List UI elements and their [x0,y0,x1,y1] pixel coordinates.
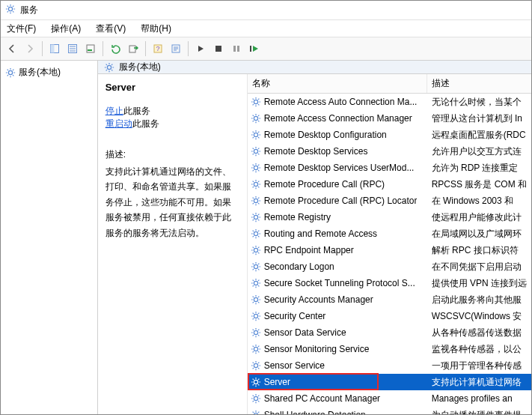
service-name-text: Shared PC Account Manager [264,393,380,404]
tree-pane: 服务(本地) [1,61,98,414]
svg-point-13 [8,70,12,74]
service-desc-cell: 启动此服务将向其他服 [427,294,531,306]
service-name-cell: Remote Desktop Services [248,146,427,157]
service-row[interactable]: Remote Desktop Configuration远程桌面配置服务(RDC [248,127,531,143]
service-row[interactable]: Secondary Logon在不同凭据下启用启动 [248,258,531,275]
service-row[interactable]: Remote Desktop Services UserMod...允许为 RD… [248,160,531,176]
svg-point-14 [107,65,111,69]
service-row[interactable]: Sensor Data Service从各种传感器传送数据 [248,324,531,341]
menu-help[interactable]: 帮助(H) [138,21,174,37]
gear-icon [251,327,261,338]
service-desc-cell: 无论什么时候，当某个 [427,96,531,109]
svg-point-26 [254,281,257,285]
service-name-cell: Remote Procedure Call (RPC) Locator [248,196,427,206]
service-row[interactable]: Shared PC Account ManagerManages profile… [248,390,531,407]
service-row[interactable]: Sensor Service一项用于管理各种传感 [248,357,531,374]
service-name-cell: Shared PC Account Manager [248,393,427,404]
service-row[interactable]: Remote Registry使远程用户能修改此计 [248,209,531,225]
svg-point-20 [254,182,257,186]
detail-button[interactable] [46,40,63,57]
play-button[interactable] [192,40,209,57]
service-row[interactable]: Secure Socket Tunneling Protocol S...提供使… [248,275,531,291]
gear-icon [251,130,261,140]
service-name-text: Remote Access Connection Manager [264,113,412,124]
refresh-button[interactable] [107,40,123,57]
service-row[interactable]: Remote Desktop Services允许用户以交互方式连 [248,143,531,160]
list-button[interactable] [64,40,81,57]
stop-service-link[interactable]: 停止 [106,106,123,116]
service-desc-cell: 从各种传感器传送数据 [427,327,531,339]
svg-point-21 [254,199,257,202]
export-button[interactable] [125,40,141,57]
service-name-cell: Security Accounts Manager [248,294,427,305]
toolbar: ? [1,37,531,61]
svg-point-30 [254,347,257,351]
stop-button[interactable] [210,40,227,57]
svg-point-16 [254,116,257,120]
properties-button[interactable] [82,40,99,57]
gear-icon [251,245,261,255]
service-name-text: Remote Access Auto Connection Ma... [264,97,418,107]
service-row[interactable]: Server支持此计算机通过网络 [248,374,531,390]
service-row[interactable]: RPC Endpoint Mapper解析 RPC 接口标识符 [248,242,531,258]
service-name-cell: Routing and Remote Access [248,228,427,239]
help-button[interactable]: ? [150,40,166,57]
service-desc-cell: 提供使用 VPN 连接到远 [427,277,531,290]
column-header-desc[interactable]: 描述 [427,74,531,93]
service-name-cell: Remote Access Auto Connection Ma... [248,97,427,107]
service-name-cell: Shell Hardware Detection [248,410,427,415]
service-desc-cell: 解析 RPC 接口标识符 [427,244,531,257]
restart-service-link[interactable]: 重启动 [106,118,132,129]
menu-file[interactable]: 文件(F) [4,21,39,37]
back-button[interactable] [4,40,20,57]
service-name-text: Sensor Service [264,360,325,371]
tree-root-item[interactable]: 服务(本地) [2,64,96,81]
service-name-text: Remote Procedure Call (RPC) [264,179,385,190]
service-desc-cell: 支持此计算机通过网络 [427,376,531,389]
pause-button[interactable] [228,40,245,57]
service-row[interactable]: Remote Access Connection Manager管理从这台计算机… [248,110,531,127]
menu-action[interactable]: 操作(A) [48,21,84,37]
service-name-text: Remote Desktop Configuration [264,130,387,140]
forward-button[interactable] [22,40,38,57]
service-name-cell: Remote Access Connection Manager [248,113,427,124]
service-row[interactable]: Shell Hardware Detection为自动播放硬件事件提 [248,407,531,415]
svg-point-17 [254,133,257,136]
service-row[interactable]: Sensor Monitoring Service监视各种传感器，以公 [248,341,531,357]
gear-icon [251,196,261,206]
service-name-cell: Security Center [248,311,427,321]
service-row[interactable]: Remote Procedure Call (RPC) Locator在 Win… [248,193,531,209]
gear-icon [251,146,261,157]
right-pane-title: 服务(本地) [119,61,161,73]
gear-icon [5,4,16,16]
svg-point-33 [254,396,257,400]
list-pane: 名称 描述 Remote Access Auto Connection Ma..… [248,74,531,415]
gear-icon [251,393,261,404]
column-header-name[interactable]: 名称 [248,74,427,93]
gear-icon [251,344,261,354]
service-name-text: Secondary Logon [264,261,334,272]
service-row[interactable]: Remote Procedure Call (RPC)RPCSS 服务是 COM… [248,176,531,193]
service-desc-cell: 远程桌面配置服务(RDC [427,129,531,142]
service-row[interactable]: Routing and Remote Access在局域网以及广域网环 [248,225,531,242]
svg-point-0 [8,7,12,10]
svg-text:?: ? [156,45,159,52]
service-name-text: Routing and Remote Access [264,228,377,239]
service-name-text: RPC Endpoint Mapper [264,245,354,255]
props2-button[interactable] [168,40,184,57]
gear-icon [251,212,261,222]
service-desc-cell: 为自动播放硬件事件提 [427,409,531,416]
list-body[interactable]: Remote Access Auto Connection Ma...无论什么时… [248,94,531,415]
service-row[interactable]: Remote Access Auto Connection Ma...无论什么时… [248,94,531,110]
service-desc-cell: 在不同凭据下启用启动 [427,261,531,273]
service-desc-cell: 使远程用户能修改此计 [427,211,531,224]
service-row[interactable]: Security CenterWSCSVC(Windows 安 [248,308,531,324]
separator [42,41,43,56]
restart-button[interactable] [246,40,263,57]
menu-view[interactable]: 查看(V) [93,21,129,37]
service-row[interactable]: Security Accounts Manager启动此服务将向其他服 [248,291,531,308]
service-name-cell: RPC Endpoint Mapper [248,245,427,255]
service-name-cell: Remote Desktop Configuration [248,130,427,140]
gear-icon [251,294,261,305]
service-desc-cell: 一项用于管理各种传感 [427,360,531,372]
